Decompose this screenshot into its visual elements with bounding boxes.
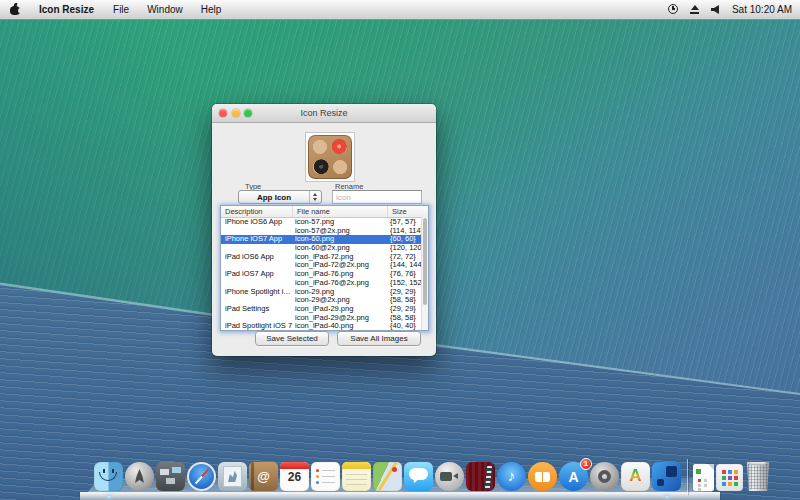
table-row[interactable]: icon-29@2x.png{58, 58} [221, 296, 428, 305]
cell-description: iPad Spotlight iOS 7 [221, 322, 293, 331]
volume-icon[interactable] [711, 3, 724, 16]
menu-window[interactable]: Window [138, 0, 192, 19]
table-scrollbar[interactable] [421, 217, 428, 330]
table-row[interactable]: iPad iOS7 Appicon_iPad-76.png{76, 76} [221, 270, 428, 279]
app-icon-preview [308, 135, 352, 179]
dock-item-calendar[interactable]: 26 [280, 462, 309, 491]
table-row[interactable]: iPad iOS6 Appicon_iPad-72.png{72, 72} [221, 253, 428, 262]
popup-arrows-icon [309, 191, 321, 203]
icon-resize-window: Icon Resize Type Rename App Icon Descrip… [212, 104, 436, 356]
dock-item-app-store[interactable]: 1 [559, 462, 588, 491]
dock-item-reminders[interactable] [311, 462, 340, 491]
eject-icon[interactable] [689, 3, 702, 16]
apple-menu-icon[interactable] [10, 4, 20, 15]
dock-icons: 261 [94, 457, 771, 491]
cell-file-name: icon_iPad-72.png [293, 253, 388, 262]
column-header-size[interactable]: Size [388, 206, 428, 217]
menubar-status-area: Sat 10:20 AM [658, 0, 800, 19]
cell-file-name: icon-29@2x.png [293, 296, 388, 305]
cell-description [221, 279, 293, 288]
cell-description: iPad Settings [221, 305, 293, 314]
save-selected-button[interactable]: Save Selected [255, 331, 329, 346]
calendar-date: 26 [280, 470, 309, 484]
table-row[interactable]: iPhone iOS6 Appicon-57.png{57, 57} [221, 218, 428, 227]
table-row[interactable]: iPhone iOS7 Appicon-60.png{60, 60} [221, 235, 428, 244]
cell-file-name: icon-57.png [293, 218, 388, 227]
type-select-value: App Icon [239, 193, 309, 202]
table-body: iPhone iOS6 Appicon-57.png{57, 57}icon-5… [221, 218, 428, 331]
table-row[interactable]: iPhone Spotlight i…icon-29.png{29, 29} [221, 288, 428, 297]
dock-item-mail[interactable] [218, 462, 247, 491]
close-button[interactable] [219, 109, 227, 117]
menubar-clock[interactable]: Sat 10:20 AM [732, 0, 792, 19]
table-row[interactable]: icon_iPad-72@2x.png{144, 144} [221, 261, 428, 270]
rename-input[interactable] [332, 190, 422, 204]
cell-description: iPhone iOS6 App [221, 218, 293, 227]
dock-item-system-preferences[interactable] [590, 462, 619, 491]
traffic-lights [219, 109, 252, 117]
dock-item-photo-booth[interactable] [466, 462, 495, 491]
type-select[interactable]: App Icon [238, 190, 322, 204]
cell-file-name: icon_iPad-29.png [293, 305, 388, 314]
menu-icon-resize[interactable]: Icon Resize [29, 0, 104, 19]
dock: 261 [0, 452, 800, 500]
running-indicator [107, 495, 111, 498]
dock-item-messages[interactable] [404, 462, 433, 491]
running-indicator [665, 495, 669, 498]
cell-description [221, 244, 293, 253]
table-row[interactable]: icon_iPad-76@2x.png{152, 152} [221, 279, 428, 288]
dock-shelf-front [80, 492, 720, 500]
dock-item-itunes[interactable] [497, 462, 526, 491]
dock-item-contacts[interactable] [249, 462, 278, 491]
cell-description [221, 227, 293, 236]
time-machine-icon[interactable] [667, 3, 680, 16]
dock-item-facetime[interactable] [435, 462, 464, 491]
table-row[interactable]: iPad Settingsicon_iPad-29.png{29, 29} [221, 305, 428, 314]
icon-size-table: Description File name Size iPhone iOS6 A… [220, 205, 429, 331]
dock-item-color-a-app[interactable] [621, 462, 650, 491]
scrollbar-thumb[interactable] [423, 218, 427, 305]
cell-file-name: icon-29.png [293, 288, 388, 297]
table-row[interactable]: iPad Spotlight iOS 7icon_iPad-40.png{40,… [221, 322, 428, 331]
cell-file-name: icon-60@2x.png [293, 244, 388, 253]
cell-description: iPad iOS6 App [221, 253, 293, 262]
cell-description: iPad iOS7 App [221, 270, 293, 279]
menubar: Icon ResizeFileWindowHelp Sat 10:20 AM [0, 0, 800, 20]
icon-preview-well [305, 132, 355, 182]
column-header-file-name[interactable]: File name [293, 206, 388, 217]
dock-item-trash[interactable] [745, 462, 771, 491]
cell-description [221, 296, 293, 305]
table-row[interactable]: icon-60@2x.png{120, 120} [221, 244, 428, 253]
cell-file-name: icon_iPad-72@2x.png [293, 261, 388, 270]
zoom-button[interactable] [244, 109, 252, 117]
dock-item-maps[interactable] [373, 462, 402, 491]
dock-item-safari[interactable] [187, 462, 216, 491]
save-all-images-button[interactable]: Save All Images [337, 331, 421, 346]
dock-item-downloads[interactable] [716, 464, 743, 491]
dock-item-document[interactable] [693, 464, 714, 491]
notification-badge: 1 [580, 458, 592, 470]
cell-description: iPhone Spotlight i… [221, 288, 293, 297]
cell-file-name: icon_iPad-76.png [293, 270, 388, 279]
menu-help[interactable]: Help [192, 0, 231, 19]
desktop: Icon ResizeFileWindowHelp Sat 10:20 AM I… [0, 0, 800, 500]
cell-file-name: icon_iPad-40.png [293, 322, 388, 331]
menu-file[interactable]: File [104, 0, 138, 19]
dock-item-ibooks[interactable] [528, 462, 557, 491]
table-row[interactable]: icon-57@2x.png{114, 114} [221, 227, 428, 236]
table-header: Description File name Size [221, 206, 428, 218]
window-titlebar[interactable]: Icon Resize [212, 104, 436, 123]
table-row[interactable]: icon_iPad-29@2x.png{58, 58} [221, 314, 428, 323]
dock-item-notes[interactable] [342, 462, 371, 491]
cell-description: iPhone iOS7 App [221, 235, 293, 244]
minimize-button[interactable] [232, 109, 240, 117]
dock-item-icon-resize-app[interactable] [652, 462, 681, 491]
dock-item-mission-control[interactable] [156, 462, 185, 491]
dock-item-finder[interactable] [94, 462, 123, 491]
menubar-menus: Icon ResizeFileWindowHelp [0, 0, 230, 19]
cell-file-name: icon_iPad-29@2x.png [293, 314, 388, 323]
dock-separator [683, 457, 691, 491]
column-header-description[interactable]: Description [221, 206, 293, 217]
cell-description [221, 261, 293, 270]
dock-item-launchpad[interactable] [125, 462, 154, 491]
